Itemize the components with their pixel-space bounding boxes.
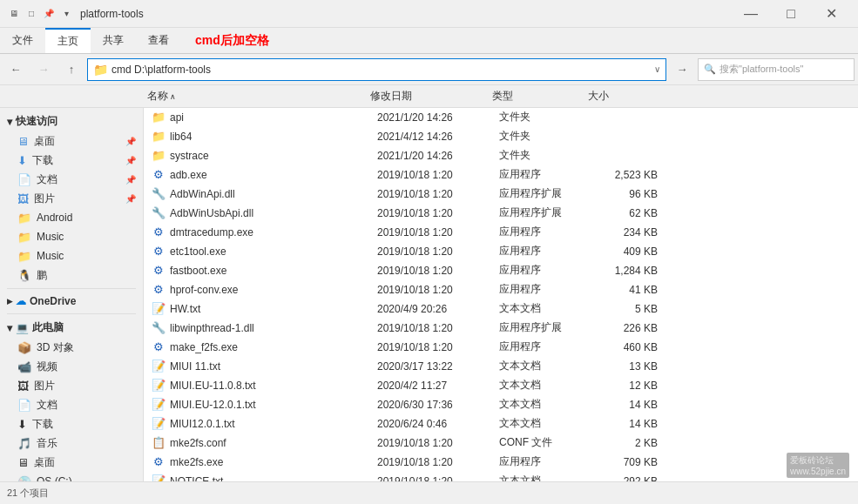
file-name: etc1tool.exe [170,245,377,258]
col-header-name[interactable]: 名称 ∧ [144,89,370,104]
file-icon-exe: ⚙ [151,225,166,239]
file-type: 应用程序 [499,244,595,259]
tab-home[interactable]: 主页 [45,28,91,53]
file-row[interactable]: 🔧 libwinpthread-1.dll 2019/10/18 1:20 应用… [144,319,858,338]
sidebar-item-pics[interactable]: 🖼 图片 [0,376,143,395]
chevron-down-icon-2: ▾ [7,322,12,334]
column-header: 名称 ∧ 修改日期 类型 大小 [0,85,858,108]
file-row[interactable]: 📝 MIUI 11.txt 2020/3/17 13:22 文本文档 13 KB [144,357,858,376]
file-name: MIUI 11.txt [170,360,377,373]
music1-folder-icon: 📁 [17,231,31,244]
sidebar: ▾ 快速访问 🖥 桌面 📌 ⬇ 下载 📌 📄 文档 📌 🖼 图片 [0,108,144,504]
sidebar-divider-2 [7,313,136,314]
file-name: hprof-conv.exe [170,284,377,296]
file-date: 2021/1/20 14:26 [377,150,499,162]
file-name: make_f2fs.exe [170,341,377,353]
sidebar-item-3d[interactable]: 📦 3D 对象 [0,338,143,357]
file-row[interactable]: 🔧 AdbWinUsbApi.dll 2019/10/18 1:20 应用程序扩… [144,204,858,223]
file-row[interactable]: ⚙ dmtracedump.exe 2019/10/18 1:20 应用程序 2… [144,223,858,242]
file-icon-exe: ⚙ [151,283,166,296]
music2-folder-icon: 📁 [17,250,31,263]
search-icon: 🔍 [704,64,716,75]
address-folder-icon: 📁 [93,63,108,77]
sidebar-item-docs[interactable]: 📄 文档 [0,395,143,414]
file-row[interactable]: ⚙ hprof-conv.exe 2019/10/18 1:20 应用程序 41… [144,280,858,299]
close-button[interactable]: ✕ [811,7,851,21]
file-size: 96 KB [595,188,665,200]
file-date: 2019/10/18 1:20 [377,284,499,296]
file-row[interactable]: 📁 api 2021/1/20 14:26 文件夹 [144,108,858,127]
address-bar[interactable]: 📁 cmd D:\platform-tools ∨ [87,58,666,81]
file-icon-exe: ⚙ [151,340,166,353]
sidebar-item-music-pc[interactable]: 🎵 音乐 [0,433,143,453]
sidebar-item-video[interactable]: 📹 视频 [0,357,143,376]
file-row[interactable]: ⚙ adb.exe 2019/10/18 1:20 应用程序 2,523 KB [144,165,858,185]
file-icon-txt: 📝 [151,398,166,411]
address-dropdown-button[interactable]: ∨ [654,64,660,74]
file-name: dmtracedump.exe [170,226,377,239]
sidebar-item-documents[interactable]: 📄 文档 📌 [0,170,143,189]
sidebar-item-downloads[interactable]: ⬇ 下载 📌 [0,151,143,170]
col-header-size[interactable]: 大小 [588,89,658,104]
file-date: 2019/10/18 1:20 [377,322,499,334]
file-row[interactable]: 📁 systrace 2021/1/20 14:26 文件夹 [144,146,858,165]
file-row[interactable]: ⚙ etc1tool.exe 2019/10/18 1:20 应用程序 409 … [144,242,858,261]
back-button[interactable]: ← [3,57,28,82]
tab-file[interactable]: 文件 [0,28,45,53]
file-row[interactable]: 📝 HW.txt 2020/4/9 20:26 文本文档 5 KB [144,299,858,319]
col-header-date[interactable]: 修改日期 [370,89,492,104]
sidebar-item-android[interactable]: 📁 Android [0,208,143,227]
sidebar-item-dl[interactable]: ⬇ 下载 [0,414,143,433]
tab-view[interactable]: 查看 [136,28,181,53]
file-row[interactable]: 📝 MIUI.EU-11.0.8.txt 2020/4/2 11:27 文本文档… [144,376,858,395]
title-bar-icons: 🖥 □ 📌 ▾ [7,7,73,21]
col-sort-arrow-name: ∧ [170,92,176,101]
ribbon-annotation: cmd后加空格 [195,33,269,49]
nav-go-button[interactable]: → [670,57,694,82]
sidebar-divider-1 [7,288,136,289]
file-icon-txt: 📝 [151,360,166,373]
tab-share[interactable]: 共享 [91,28,136,53]
file-icon-folder: 📁 [151,130,166,143]
sidebar-item-desktop[interactable]: 🖥 桌面 📌 [0,131,143,151]
file-row[interactable]: ⚙ mke2fs.exe 2019/10/18 1:20 应用程序 709 KB [144,453,858,472]
title-bar-pin: 📌 [42,7,56,21]
file-type: 文件夹 [499,110,595,124]
file-row[interactable]: ⚙ make_f2fs.exe 2019/10/18 1:20 应用程序 460… [144,338,858,357]
sidebar-item-peng[interactable]: 🐧 鹏 [0,265,143,285]
up-button[interactable]: ↑ [59,57,84,82]
file-size: 14 KB [595,418,665,430]
sidebar-quickaccess-header[interactable]: ▾ 快速访问 [0,111,143,131]
file-row[interactable]: 📋 mke2fs.conf 2019/10/18 1:20 CONF 文件 2 … [144,433,858,453]
search-box[interactable]: 🔍 搜索"platform-tools" [698,58,855,81]
file-date: 2019/10/18 1:20 [377,188,499,200]
sidebar-item-music2[interactable]: 📁 Music [0,246,143,265]
sidebar-computer-header[interactable]: ▾ 💻 此电脑 [0,318,143,338]
sidebar-onedrive-header[interactable]: ▸ ☁ OneDrive [0,292,143,310]
sidebar-item-desktop-pc[interactable]: 🖥 桌面 [0,453,143,472]
file-type: 应用程序扩展 [499,205,595,220]
watermark: 爱板砖论坛www.52pjie.cn [787,453,849,478]
maximize-button[interactable]: □ [771,7,811,21]
forward-button[interactable]: → [31,57,56,82]
file-row[interactable]: 📁 lib64 2021/4/12 14:26 文件夹 [144,127,858,146]
sidebar-item-music1[interactable]: 📁 Music [0,227,143,246]
window-icon: 🖥 [7,7,21,21]
col-header-type[interactable]: 类型 [492,89,588,104]
file-type: 文本文档 [499,416,595,431]
file-row[interactable]: 🔧 AdbWinApi.dll 2019/10/18 1:20 应用程序扩展 9… [144,185,858,204]
file-row[interactable]: 📝 MIUI.EU-12.0.1.txt 2020/6/30 17:36 文本文… [144,395,858,414]
file-date: 2019/10/18 1:20 [377,341,499,353]
file-row[interactable]: ⚙ fastboot.exe 2019/10/18 1:20 应用程序 1,28… [144,261,858,280]
file-name: api [170,111,377,124]
file-type: 文本文档 [499,397,595,412]
file-size: 226 KB [595,322,665,334]
address-text: cmd D:\platform-tools [111,64,651,76]
minimize-button[interactable]: — [731,7,771,21]
sidebar-item-pictures[interactable]: 🖼 图片 📌 [0,189,143,208]
file-row[interactable]: 📝 MIUI12.0.1.txt 2020/6/24 0:46 文本文档 14 … [144,414,858,433]
file-date: 2020/6/30 17:36 [377,399,499,411]
onedrive-icon: ☁ [16,295,26,307]
file-name: MIUI.EU-12.0.1.txt [170,399,377,411]
file-type: 应用程序 [499,263,595,278]
